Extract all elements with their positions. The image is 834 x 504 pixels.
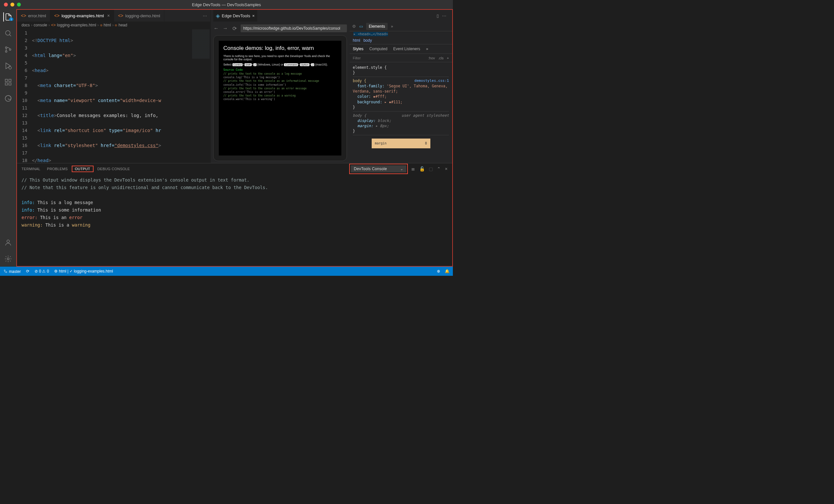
svg-point-4 bbox=[9, 66, 12, 69]
inspect-element-icon[interactable]: ⯐ bbox=[352, 24, 356, 29]
chevron-down-icon: ⌄ bbox=[400, 167, 403, 171]
tab-logging-examples[interactable]: <>logging-examples.html× bbox=[50, 10, 114, 22]
url-input[interactable] bbox=[241, 24, 347, 32]
close-panel-icon[interactable]: × bbox=[445, 166, 448, 172]
breadcrumb-segment[interactable]: html bbox=[104, 23, 111, 27]
source-control-icon[interactable] bbox=[4, 45, 13, 54]
output-line: error: This is an error bbox=[22, 214, 448, 221]
tab-error-html[interactable]: <>error.html bbox=[17, 10, 50, 22]
breadcrumb[interactable]: docs› console› <>logging-examples.html› … bbox=[17, 22, 210, 29]
close-tab-icon[interactable]: × bbox=[107, 13, 110, 18]
tab-computed[interactable]: Computed bbox=[369, 47, 387, 51]
code-content[interactable]: <!DOCTYPE html> <html lang="en"> <head> … bbox=[32, 29, 191, 163]
cls-toggle[interactable]: .cls bbox=[438, 56, 444, 60]
more-style-tabs-icon[interactable]: » bbox=[426, 47, 429, 51]
activity-bar: 1 bbox=[0, 9, 16, 267]
feedback-icon[interactable]: ⊕ bbox=[437, 269, 440, 273]
titlebar: Edge DevTools — DevToolsSamples bbox=[0, 0, 453, 9]
source-code-heading: Source Code bbox=[223, 68, 337, 71]
clear-icon[interactable]: 🔓 bbox=[419, 166, 425, 172]
language-status[interactable]: ⚙ html | ✓ logging-examples.html bbox=[54, 269, 113, 273]
nav-forward-icon[interactable]: → bbox=[222, 25, 228, 31]
problems-status[interactable]: ⊘ 0 ⚠ 0 bbox=[35, 269, 49, 273]
lock-scroll-icon[interactable]: ▢ bbox=[429, 166, 433, 172]
svg-point-10 bbox=[7, 240, 9, 243]
output-channel-select[interactable]: DevTools Console⌄ bbox=[351, 165, 406, 172]
account-icon[interactable] bbox=[4, 238, 13, 247]
notifications-icon[interactable]: 🔔 bbox=[445, 269, 449, 273]
collapse-panel-icon[interactable]: ⌃ bbox=[437, 166, 441, 172]
page-text: Select Control+Shift+J (Windows, Linux) … bbox=[223, 63, 337, 66]
style-rule[interactable]: element.style { } bbox=[353, 64, 449, 77]
tab-problems[interactable]: PROBLEMS bbox=[47, 167, 68, 171]
breadcrumb-body[interactable]: body bbox=[364, 38, 372, 43]
add-rule-icon[interactable]: + bbox=[447, 56, 449, 60]
run-debug-icon[interactable] bbox=[4, 61, 13, 70]
filter-icon[interactable]: ≣ bbox=[411, 166, 415, 172]
breadcrumb-segment[interactable]: logging-examples.html bbox=[57, 23, 96, 27]
style-rule[interactable]: body {demostyles.css:1 font-family: 'Seg… bbox=[353, 77, 449, 111]
nav-reload-icon[interactable]: ⟳ bbox=[232, 25, 237, 31]
output-line: info: This is a log message bbox=[22, 199, 448, 206]
devtools-panel: ◈ Edge DevTools × ▯ ⋯ ← → ⟳ bbox=[210, 10, 452, 163]
box-model[interactable]: margin 8 bbox=[372, 138, 430, 148]
edge-icon[interactable] bbox=[4, 94, 13, 103]
dom-breadcrumb[interactable]: html body bbox=[350, 37, 452, 44]
styles-filter-input[interactable] bbox=[353, 56, 425, 60]
code-editor-panel: <>error.html <>logging-examples.html× <>… bbox=[17, 10, 210, 163]
stylesheet-link[interactable]: demostyles.css:1 bbox=[414, 78, 449, 83]
code-body[interactable]: 123456789101112131415161718 <!DOCTYPE ht… bbox=[17, 29, 210, 163]
tab-edge-devtools[interactable]: ◈ Edge DevTools × bbox=[213, 10, 257, 22]
output-line: // This Output window displays the DevTo… bbox=[22, 176, 448, 184]
traffic-lights bbox=[4, 3, 21, 6]
more-tabs-icon[interactable]: ⋯ bbox=[203, 13, 207, 18]
breadcrumb-segment[interactable]: head bbox=[118, 23, 127, 27]
styles-body[interactable]: element.style { } body {demostyles.css:1… bbox=[350, 62, 452, 163]
git-branch-status[interactable]: master bbox=[3, 269, 21, 274]
tab-label: error.html bbox=[28, 13, 46, 18]
svg-rect-7 bbox=[5, 83, 7, 85]
tab-output[interactable]: OUTPUT bbox=[72, 166, 93, 172]
more-panels-icon[interactable]: » bbox=[391, 24, 393, 29]
breadcrumb-segment[interactable]: console bbox=[34, 23, 47, 27]
status-bar: master ⟳ ⊘ 0 ⚠ 0 ⚙ html | ✓ logging-exam… bbox=[0, 267, 453, 276]
output-body[interactable]: // This Output window displays the DevTo… bbox=[17, 174, 452, 266]
breadcrumb-html[interactable]: html bbox=[353, 38, 360, 43]
maximize-window-button[interactable] bbox=[17, 3, 21, 6]
tab-label: logging-demo.html bbox=[125, 13, 160, 18]
device-toggle-icon[interactable]: ▭ bbox=[359, 24, 363, 29]
style-rule[interactable]: body {user agent stylesheet display: blo… bbox=[353, 111, 449, 135]
more-actions-icon[interactable]: ⋯ bbox=[442, 13, 446, 18]
tab-styles[interactable]: Styles bbox=[353, 47, 364, 51]
breadcrumb-segment[interactable]: docs bbox=[22, 23, 30, 27]
minimize-window-button[interactable] bbox=[10, 3, 14, 6]
output-line: warning: This is a warning bbox=[22, 221, 448, 229]
hov-toggle[interactable]: :hov bbox=[428, 56, 435, 60]
sync-status[interactable]: ⟳ bbox=[26, 269, 29, 273]
tab-terminal[interactable]: TERMINAL bbox=[22, 167, 40, 171]
settings-gear-icon[interactable] bbox=[4, 254, 13, 263]
dom-tree-row[interactable]: ▸ <head>…</head> bbox=[350, 31, 452, 37]
close-window-button[interactable] bbox=[4, 3, 8, 6]
tab-debug-console[interactable]: DEBUG CONSOLE bbox=[97, 167, 130, 171]
search-icon[interactable] bbox=[4, 29, 13, 38]
extensions-icon[interactable] bbox=[4, 78, 13, 87]
minimap[interactable] bbox=[191, 29, 210, 163]
svg-point-0 bbox=[5, 31, 10, 35]
close-tab-icon[interactable]: × bbox=[252, 13, 255, 18]
panel-tabs: TERMINAL PROBLEMS OUTPUT DEBUG CONSOLE D… bbox=[17, 163, 452, 174]
line-gutter: 123456789101112131415161718 bbox=[17, 29, 32, 163]
tab-event-listeners[interactable]: Event Listeners bbox=[393, 47, 420, 51]
split-editor-icon[interactable]: ▯ bbox=[437, 13, 439, 18]
tab-logging-demo[interactable]: <>logging-demo.html bbox=[114, 10, 164, 22]
html-file-icon: <> bbox=[54, 13, 59, 18]
output-channel-highlight: DevTools Console⌄ bbox=[349, 163, 408, 174]
nav-back-icon[interactable]: ← bbox=[213, 25, 219, 31]
output-line: // Note that this feature is only unidir… bbox=[22, 184, 448, 191]
main-area: 1 <>error.html <>logging-examples.html× … bbox=[0, 9, 453, 267]
styles-tabs: Styles Computed Event Listeners » bbox=[350, 44, 452, 54]
window-title: Edge DevTools — DevToolsSamples bbox=[192, 2, 261, 7]
elements-tab[interactable]: Elements bbox=[366, 23, 388, 30]
browser-nav-bar: ← → ⟳ bbox=[213, 23, 347, 33]
edge-tab-icon: ◈ bbox=[216, 13, 220, 19]
